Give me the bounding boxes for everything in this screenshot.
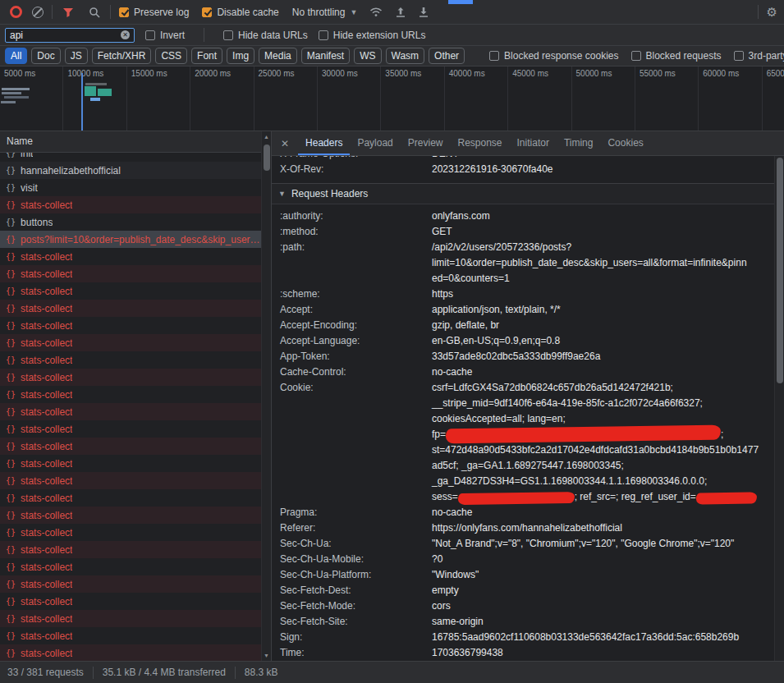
- network-conditions-icon[interactable]: [369, 5, 383, 20]
- tab-response[interactable]: Response: [450, 131, 509, 155]
- request-row[interactable]: {}stats-collect: [0, 489, 261, 507]
- request-row[interactable]: {}stats-collect: [0, 386, 261, 403]
- request-row[interactable]: {}stats-collect: [0, 196, 261, 213]
- checkbox-3rd-party-requests[interactable]: 3rd-party requests: [734, 50, 784, 62]
- header-value: gzip, deflate, br: [432, 318, 774, 333]
- filter-chip-font[interactable]: Font: [191, 48, 222, 64]
- request-row[interactable]: {}stats-collect: [0, 610, 261, 627]
- scroll-up-icon[interactable]: ▲: [264, 134, 269, 140]
- filter-icon[interactable]: [61, 5, 76, 20]
- request-row[interactable]: {}init: [0, 153, 261, 162]
- request-row[interactable]: {}stats-collect: [0, 627, 261, 644]
- filter-chip-manifest[interactable]: Manifest: [301, 48, 350, 64]
- request-row[interactable]: {}stats-collect: [0, 524, 261, 541]
- request-row[interactable]: {}stats-collect: [0, 438, 261, 455]
- request-name: stats-collect: [21, 613, 72, 625]
- request-row[interactable]: {}posts?limit=10&order=publish_date_desc…: [0, 231, 261, 248]
- export-har-icon[interactable]: [416, 5, 431, 20]
- request-row[interactable]: {}stats-collect: [0, 593, 261, 610]
- chevron-down-icon: ▼: [350, 8, 357, 16]
- header-value: no-cache: [432, 505, 774, 520]
- request-headers-section[interactable]: ▼ Request Headers: [272, 183, 774, 204]
- tab-timing[interactable]: Timing: [557, 131, 601, 155]
- close-icon[interactable]: ✕: [272, 138, 298, 149]
- checkbox-blocked-response-cookies[interactable]: Blocked response cookies: [489, 50, 618, 62]
- filter-chip-wasm[interactable]: Wasm: [386, 48, 425, 64]
- tab-headers[interactable]: Headers: [298, 131, 350, 155]
- name-column-header[interactable]: Name: [0, 131, 261, 153]
- redaction-scribble: [696, 492, 757, 504]
- checkbox-blocked-requests[interactable]: Blocked requests: [631, 50, 722, 62]
- filter-chip-all[interactable]: All: [5, 48, 27, 64]
- filter-chip-img[interactable]: Img: [227, 48, 254, 64]
- header-name: X-Of-Rev:: [272, 162, 432, 177]
- header-value: https: [432, 286, 774, 302]
- request-row[interactable]: {}stats-collect: [0, 472, 261, 489]
- details-scrollbar[interactable]: [774, 156, 784, 661]
- hide-data-urls-checkbox[interactable]: Hide data URLs: [223, 30, 308, 41]
- request-row[interactable]: {}stats-collect: [0, 248, 261, 265]
- request-row[interactable]: {}stats-collect: [0, 420, 261, 438]
- clear-network-log-icon[interactable]: [32, 7, 44, 18]
- filter-chip-other[interactable]: Other: [429, 48, 465, 64]
- request-row[interactable]: {}buttons: [0, 213, 261, 231]
- request-row[interactable]: {}stats-collect: [0, 300, 261, 317]
- request-name: stats-collect: [21, 337, 72, 349]
- tab-cookies[interactable]: Cookies: [600, 131, 650, 155]
- request-name: stats-collect: [21, 251, 72, 263]
- top-blue-strip: [448, 0, 473, 4]
- request-row[interactable]: {}stats-collect: [0, 369, 261, 386]
- request-name: hannahelizabethofficial: [21, 165, 121, 176]
- filter-input[interactable]: api ✕: [5, 28, 135, 43]
- header-row: App-Token:33d57ade8c02dbc5a333db99ff9ae2…: [272, 349, 774, 364]
- tab-preview[interactable]: Preview: [401, 131, 451, 155]
- hide-extension-urls-checkbox[interactable]: Hide extension URLs: [319, 30, 426, 41]
- filter-chip-ws[interactable]: WS: [354, 48, 381, 64]
- request-row[interactable]: {}hannahelizabethofficial: [0, 162, 261, 179]
- tab-initiator[interactable]: Initiator: [510, 131, 557, 155]
- request-row[interactable]: {}stats-collect: [0, 541, 261, 558]
- request-row[interactable]: {}stats-collect: [0, 265, 261, 282]
- request-row[interactable]: {}stats-collect: [0, 455, 261, 472]
- filter-chip-css[interactable]: CSS: [155, 48, 187, 64]
- request-row[interactable]: {}stats-collect: [0, 644, 261, 661]
- scrollbar-thumb[interactable]: [777, 158, 783, 383]
- request-name: stats-collect: [21, 562, 72, 573]
- header-value: 33d57ade8c02dbc5a333db99ff9ae26a: [432, 349, 774, 364]
- header-value: csrf=LdfcGX4Sa72db06824c657db26a5d142472…: [432, 380, 774, 505]
- header-name: Sec-Ch-Ua:: [272, 536, 432, 552]
- redaction-scribble: [458, 492, 575, 505]
- request-row[interactable]: {}stats-collect: [0, 334, 261, 351]
- request-row[interactable]: {}visit: [0, 179, 261, 196]
- scroll-down-icon[interactable]: ▼: [264, 653, 269, 658]
- header-value: /api2/v2/users/20572336/posts? limit=10&…: [432, 240, 774, 286]
- settings-gear-icon[interactable]: ⚙: [767, 6, 777, 18]
- clear-filter-icon[interactable]: ✕: [121, 30, 130, 39]
- request-row[interactable]: {}stats-collect: [0, 575, 261, 593]
- request-row[interactable]: {}stats-collect: [0, 282, 261, 300]
- invert-checkbox[interactable]: Invert: [145, 30, 185, 41]
- requests-scrollbar[interactable]: ▲ ▼: [261, 131, 271, 661]
- disclosure-triangle-icon: ▼: [278, 190, 286, 198]
- request-row[interactable]: {}stats-collect: [0, 507, 261, 524]
- request-row[interactable]: {}stats-collect: [0, 403, 261, 420]
- search-icon[interactable]: [87, 5, 102, 20]
- preserve-log-checkbox[interactable]: Preserve log: [119, 7, 189, 18]
- filter-chip-doc[interactable]: Doc: [31, 48, 60, 64]
- transferred-size: 35.1 kB / 4.4 MB transferred: [103, 667, 226, 678]
- timeline-overview[interactable]: 5000 ms10000 ms15000 ms20000 ms25000 ms3…: [0, 66, 784, 131]
- filter-chip-js[interactable]: JS: [65, 48, 88, 64]
- record-button[interactable]: [10, 6, 22, 18]
- header-row: X-Frame-Options:DENY: [272, 156, 774, 162]
- throttling-select[interactable]: No throttling ▼: [292, 7, 358, 18]
- filter-chip-media[interactable]: Media: [259, 48, 297, 64]
- request-row[interactable]: {}stats-collect: [0, 317, 261, 334]
- request-row[interactable]: {}stats-collect: [0, 351, 261, 369]
- import-har-icon[interactable]: [393, 5, 408, 20]
- disable-cache-checkbox[interactable]: Disable cache: [202, 7, 278, 18]
- request-row[interactable]: {}stats-collect: [0, 558, 261, 575]
- scrollbar-thumb[interactable]: [264, 144, 270, 171]
- tab-payload[interactable]: Payload: [350, 131, 400, 155]
- filter-chip-fetch-xhr[interactable]: Fetch/XHR: [92, 48, 152, 64]
- request-headers-list: :authority:onlyfans.com:method:GET:path:…: [272, 209, 774, 661]
